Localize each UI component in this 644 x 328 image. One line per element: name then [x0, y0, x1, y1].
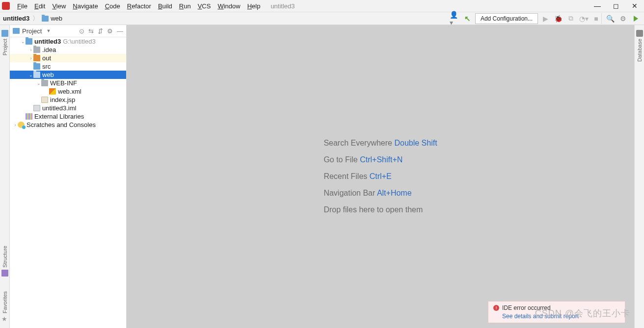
menu-run[interactable]: Run: [176, 2, 194, 10]
left-rail-favorites-label: Favorites: [2, 291, 8, 313]
tree-node[interactable]: ⌄untitled3G:\untitled3: [10, 37, 126, 46]
tree-arrow-icon: ⌄: [21, 39, 26, 44]
menu-file[interactable]: File: [14, 2, 31, 10]
user-icon[interactable]: 👤▾: [450, 13, 460, 24]
right-tool-rail: Database: [634, 25, 644, 328]
build-icon[interactable]: ↖: [462, 13, 473, 24]
hint-text: Go to File: [323, 155, 360, 164]
right-rail-database-label: Database: [637, 39, 643, 62]
tree-arrow-icon: ›: [28, 56, 33, 61]
tree-arrow-icon: ⌄: [28, 73, 33, 77]
hint-text: Drop files here to open them: [323, 205, 423, 214]
right-rail-database-button[interactable]: Database: [636, 30, 643, 62]
xml-icon: [49, 88, 56, 95]
window-close-button[interactable]: ✕: [625, 0, 644, 12]
breadcrumb-separator-icon: 〉: [31, 14, 40, 23]
debug-icon[interactable]: 🐞: [553, 13, 564, 24]
left-rail-structure-label: Structure: [2, 246, 8, 268]
menu-refactor[interactable]: Refactor: [124, 2, 155, 10]
editor-area[interactable]: Search Everywhere Double ShiftGo to File…: [127, 25, 634, 328]
menu-vcs[interactable]: VCS: [194, 2, 215, 10]
stop-icon[interactable]: ■: [591, 13, 602, 24]
tree-arrow-icon: ›: [28, 48, 33, 52]
expand-all-icon[interactable]: ⇆: [88, 27, 94, 35]
left-rail-project-label: Project: [2, 39, 8, 55]
search-icon[interactable]: 🔍: [605, 13, 616, 24]
tree-node[interactable]: index.jsp: [10, 96, 126, 104]
add-configuration-button[interactable]: Add Configuration...: [475, 13, 538, 24]
menu-navigate[interactable]: Navigate: [69, 2, 101, 10]
editor-hint-row: Drop files here to open them: [323, 202, 437, 218]
folder-blue-icon: [33, 63, 40, 70]
tree-node-label: WEB-INF: [50, 79, 77, 87]
folder-blue-icon: [33, 72, 40, 78]
hint-text: Search Everywhere: [323, 139, 394, 147]
tree-node-label: Scratches and Consoles: [27, 121, 96, 128]
window-maximize-button[interactable]: ◻: [607, 0, 625, 12]
left-rail-favorites-button[interactable]: Favorites ★: [1, 291, 8, 322]
panel-gear-icon[interactable]: ⚙: [107, 27, 113, 35]
iml-icon: [33, 105, 40, 111]
project-panel-header: Project ▼ ⊙ ⇆ ⇵ ⚙ —: [10, 25, 126, 37]
jsp-icon: [41, 97, 48, 103]
project-panel-title: Project: [22, 27, 42, 35]
window-minimize-button[interactable]: —: [588, 0, 607, 12]
error-toast-link[interactable]: See details and submit report: [493, 313, 620, 320]
run-icon[interactable]: ▶: [540, 13, 551, 24]
tree-node[interactable]: src: [10, 62, 126, 71]
collapse-all-icon[interactable]: ⇵: [98, 27, 103, 35]
tree-node[interactable]: web.xml: [10, 87, 126, 96]
editor-hint-row: Recent Files Ctrl+E: [323, 168, 437, 185]
structure-icon: [1, 270, 8, 277]
project-tool-window: Project ▼ ⊙ ⇆ ⇵ ⚙ — ⌄untitled3G:\untitle…: [10, 25, 127, 328]
tree-node[interactable]: ›out: [10, 54, 126, 62]
hint-shortcut: Double Shift: [394, 139, 437, 147]
lib-icon: [26, 113, 32, 120]
editor-hint-row: Search Everywhere Double Shift: [323, 135, 437, 151]
locate-icon[interactable]: ⊙: [79, 27, 84, 35]
menu-edit[interactable]: Edit: [31, 2, 49, 10]
menu-build[interactable]: Build: [155, 2, 176, 10]
tree-arrow-icon: ⌄: [36, 81, 41, 86]
left-rail-project-button[interactable]: Project: [1, 30, 8, 55]
tree-node-label: web: [42, 71, 54, 78]
menu-help[interactable]: Help: [244, 2, 264, 10]
tree-node[interactable]: untitled3.iml: [10, 104, 126, 112]
scratch-icon: [18, 122, 25, 128]
editor-hint-row: Navigation Bar Alt+Home: [323, 185, 437, 202]
breadcrumb-current: web: [51, 15, 62, 22]
folder-orange-icon: [33, 55, 40, 61]
editor-hint-row: Go to File Ctrl+Shift+N: [323, 151, 437, 168]
folder-blue-icon: [26, 38, 32, 45]
tree-node-label: web.xml: [58, 88, 81, 95]
run-anything-icon[interactable]: [630, 13, 641, 24]
profile-icon[interactable]: ◔▾: [578, 13, 589, 24]
settings-gear-icon[interactable]: ⚙: [617, 13, 628, 24]
hide-panel-icon[interactable]: —: [117, 27, 123, 35]
menu-bar: FileEditViewNavigateCodeRefactorBuildRun…: [0, 0, 644, 12]
tree-node-label: untitled3: [34, 38, 61, 45]
breadcrumb[interactable]: untitled3 〉 web: [3, 14, 62, 23]
folder-icon: [42, 16, 49, 22]
tree-node[interactable]: ⌄web: [10, 71, 126, 79]
menu-items: FileEditViewNavigateCodeRefactorBuildRun…: [14, 2, 264, 10]
menu-window[interactable]: Window: [214, 2, 243, 10]
coverage-icon[interactable]: ⧉: [565, 13, 576, 24]
folder-icon: [13, 28, 20, 34]
project-tree[interactable]: ⌄untitled3G:\untitled3›.idea›outsrc⌄web⌄…: [10, 37, 126, 328]
tree-node[interactable]: External Libraries: [10, 112, 126, 121]
menu-code[interactable]: Code: [102, 2, 124, 10]
hint-text: Recent Files: [323, 172, 369, 180]
error-toast-title: IDE error occurred: [502, 304, 551, 311]
tree-node[interactable]: ›.idea: [10, 46, 126, 54]
menu-view[interactable]: View: [49, 2, 69, 10]
breadcrumb-project: untitled3: [3, 15, 29, 22]
tree-node[interactable]: ›Scratches and Consoles: [10, 121, 126, 129]
star-icon: ★: [1, 315, 8, 322]
database-icon: [636, 30, 643, 37]
error-toast[interactable]: !IDE error occurred See details and subm…: [488, 301, 625, 323]
project-view-selector[interactable]: Project ▼: [13, 27, 51, 35]
left-rail-structure-button[interactable]: Structure: [1, 246, 8, 277]
tree-node[interactable]: ⌄WEB-INF: [10, 79, 126, 87]
tree-node-label: External Libraries: [34, 113, 84, 120]
